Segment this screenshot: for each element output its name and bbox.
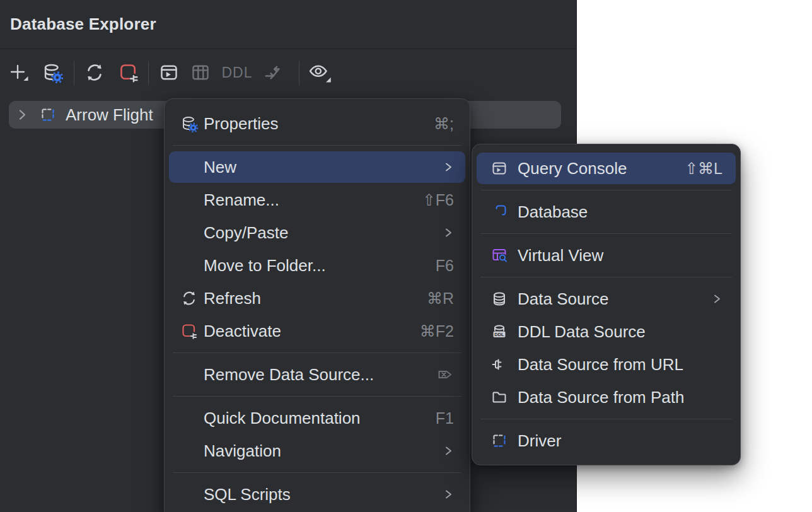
view-options-button[interactable]	[307, 60, 332, 85]
data-source-properties-button[interactable]	[40, 60, 65, 85]
submenu-arrow-icon	[711, 293, 722, 305]
tree-item-label: Arrow Flight	[66, 105, 153, 125]
driver-icon	[490, 432, 508, 450]
refresh-icon	[180, 289, 198, 307]
menu-item-refresh[interactable]: Refresh ⌘R	[165, 282, 470, 315]
toolbar-separator	[148, 61, 149, 85]
submenu-item-data-source[interactable]: Data Source	[472, 282, 740, 315]
query-console-icon	[158, 62, 180, 83]
ddl-data-source-icon: DDL	[490, 323, 508, 340]
shortcut: ⌘R	[427, 289, 454, 308]
add-data-source-button[interactable]	[6, 60, 32, 85]
menu-separator	[173, 396, 461, 397]
plug-icon	[490, 356, 508, 373]
folder-icon	[490, 388, 508, 406]
new-submenu: Query Console ⇧⌘L Database	[472, 144, 741, 465]
menu-separator	[173, 352, 461, 353]
submenu-arrow-icon	[443, 161, 454, 173]
submenu-arrow-icon	[443, 445, 454, 457]
menu-item-navigation[interactable]: Navigation	[165, 434, 470, 467]
menu-separator	[480, 190, 732, 190]
submenu-arrow-icon	[443, 488, 454, 501]
deactivate-button[interactable]	[116, 60, 141, 85]
menu-separator	[173, 145, 461, 146]
panel-header: Database Explorer	[0, 0, 576, 49]
driver-icon	[39, 106, 57, 124]
menu-item-move-to-folder[interactable]: Move to Folder... F6	[165, 249, 470, 282]
shortcut: F6	[436, 257, 454, 275]
menu-item-copy-paste[interactable]: Copy/Paste	[165, 216, 470, 249]
deactivate-icon	[118, 62, 139, 83]
shortcut: ⇧F6	[422, 191, 454, 209]
menu-separator	[480, 419, 732, 419]
chevron-right-icon[interactable]	[15, 108, 29, 122]
mapping-arrows-icon	[262, 62, 283, 83]
eye-icon	[307, 61, 332, 84]
shortcut: ⌘;	[434, 115, 454, 133]
ddl-label: DDL	[221, 64, 252, 81]
menu-item-remove-data-source[interactable]: Remove Data Source...	[165, 358, 470, 391]
deactivate-icon	[180, 322, 198, 340]
toolbar-separator	[299, 61, 299, 85]
menu-item-sql-scripts[interactable]: SQL Scripts	[165, 478, 470, 511]
menu-item-new[interactable]: New	[165, 151, 470, 183]
submenu-item-data-source-from-url[interactable]: Data Source from URL	[472, 348, 740, 381]
menu-separator	[173, 472, 461, 473]
menu-item-deactivate[interactable]: Deactivate ⌘F2	[165, 315, 470, 347]
data-source-icon	[490, 290, 508, 308]
submenu-item-driver[interactable]: Driver	[472, 424, 740, 457]
ddl-button[interactable]: DDL	[221, 60, 253, 85]
submenu-item-virtual-view[interactable]: Virtual View	[472, 239, 740, 272]
delete-forward-icon	[436, 366, 454, 383]
context-menu: Properties ⌘; New Rename... ⇧F6 Copy/Pas…	[164, 98, 470, 512]
database-settings-icon	[42, 62, 63, 83]
shortcut: ⇧⌘L	[685, 160, 722, 178]
database-settings-icon	[180, 115, 198, 132]
menu-item-rename[interactable]: Rename... ⇧F6	[165, 183, 470, 216]
svg-text:DDL: DDL	[494, 332, 504, 337]
menu-separator	[480, 277, 732, 277]
query-console-icon	[490, 160, 508, 177]
forward-mapping-button[interactable]	[260, 60, 285, 85]
menu-item-properties[interactable]: Properties ⌘;	[165, 107, 470, 140]
submenu-arrow-icon	[443, 226, 454, 239]
jump-to-query-console-button[interactable]	[156, 60, 182, 85]
shortcut: ⌘F2	[420, 322, 454, 340]
database-icon	[490, 203, 508, 221]
menu-item-quick-documentation[interactable]: Quick Documentation F1	[165, 402, 470, 434]
virtual-view-icon	[490, 247, 508, 264]
panel-title: Database Explorer	[10, 15, 156, 34]
submenu-item-query-console[interactable]: Query Console ⇧⌘L	[472, 152, 740, 185]
submenu-item-ddl-data-source[interactable]: DDL DDL Data Source	[472, 315, 740, 348]
submenu-item-database[interactable]: Database	[472, 195, 740, 228]
open-table-button[interactable]	[188, 60, 213, 85]
toolbar-separator	[74, 61, 74, 85]
refresh-icon	[84, 62, 105, 83]
plus-icon	[8, 61, 30, 84]
shortcut: F1	[436, 409, 454, 428]
refresh-button[interactable]	[82, 60, 107, 85]
table-icon	[190, 62, 211, 83]
submenu-item-data-source-from-path[interactable]: Data Source from Path	[472, 381, 740, 414]
menu-separator	[480, 233, 732, 234]
